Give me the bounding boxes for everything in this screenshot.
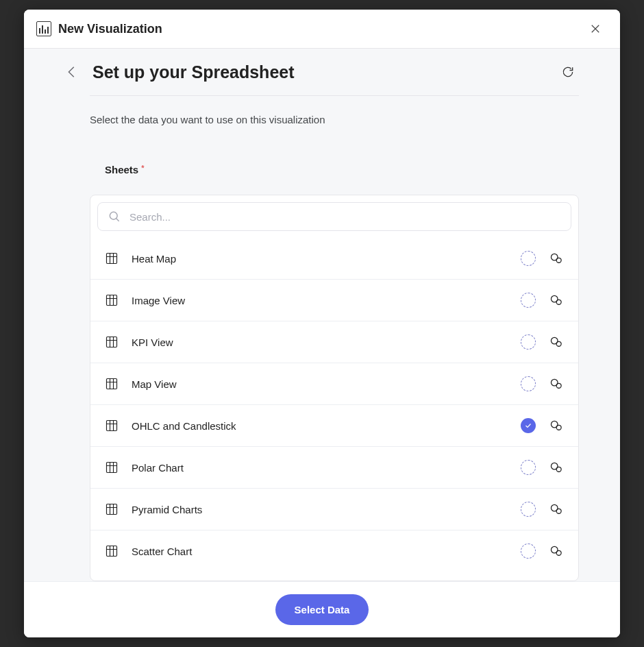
sheet-label: Heat Map (132, 253, 508, 265)
svg-rect-10 (107, 379, 117, 389)
link-sheet-icon[interactable] (548, 292, 565, 308)
svg-rect-7 (107, 337, 117, 347)
required-indicator: * (141, 164, 144, 172)
modal-header: New Visualization (24, 10, 620, 49)
sheet-label: KPI View (132, 337, 508, 348)
svg-point-15 (556, 425, 561, 430)
refresh-icon (561, 65, 575, 79)
sheet-row[interactable]: OHLC and Candlestick (90, 404, 578, 446)
sheet-radio[interactable] (521, 251, 536, 266)
close-icon (589, 23, 602, 35)
sheet-radio[interactable] (521, 544, 536, 559)
sheets-list[interactable]: Heat MapImage ViewKPI ViewMap ViewOHLC a… (90, 238, 578, 581)
bar-chart-icon (36, 21, 51, 36)
table-icon (104, 251, 119, 266)
modal-footer: Select Data (24, 581, 620, 637)
modal-header-left: New Visualization (36, 21, 162, 36)
svg-point-0 (110, 212, 117, 219)
sheet-row[interactable]: Pyramid Charts (90, 488, 578, 530)
back-button[interactable] (62, 62, 82, 82)
sheet-label: Image View (132, 295, 508, 306)
close-button[interactable] (583, 16, 608, 41)
svg-point-12 (556, 383, 561, 388)
sheet-label: Polar Chart (132, 462, 508, 474)
sheet-radio[interactable] (521, 418, 536, 433)
sheet-row[interactable]: Scatter Chart (90, 530, 578, 572)
table-icon (104, 460, 119, 475)
modal-title: New Visualization (58, 22, 162, 36)
svg-point-9 (556, 341, 561, 346)
sheet-radio[interactable] (521, 376, 536, 391)
refresh-button[interactable] (557, 61, 579, 83)
svg-rect-19 (107, 504, 117, 515)
new-visualization-modal: New Visualization Set up your Spreadshee… (24, 10, 620, 637)
table-icon (104, 418, 119, 433)
modal-body: Set up your Spreadsheet Select the data … (24, 49, 620, 581)
table-icon (104, 293, 119, 308)
link-sheet-icon[interactable] (548, 417, 565, 434)
sheet-row[interactable]: Polar Chart (90, 446, 578, 488)
page-title: Set up your Spreadsheet (92, 62, 295, 82)
table-icon (104, 502, 119, 517)
page-heading-row: Set up your Spreadsheet (24, 49, 620, 83)
sheet-radio[interactable] (521, 502, 536, 517)
search-icon (108, 210, 121, 223)
select-data-button[interactable]: Select Data (275, 594, 369, 625)
sheets-label-row: Sheets* (24, 125, 620, 175)
back-area: Set up your Spreadsheet (62, 62, 295, 82)
svg-point-6 (556, 300, 561, 304)
svg-point-24 (556, 550, 561, 555)
sheet-row[interactable]: Heat Map (90, 238, 578, 279)
sheet-row[interactable]: KPI View (90, 321, 578, 363)
page-description: Select the data you want to use on this … (24, 96, 620, 125)
svg-rect-1 (107, 254, 117, 264)
svg-rect-22 (107, 546, 117, 557)
sheets-card-holder: Heat MapImage ViewKPI ViewMap ViewOHLC a… (24, 175, 620, 581)
sheet-row[interactable]: Map View (90, 363, 578, 404)
sheet-radio[interactable] (521, 334, 536, 350)
svg-rect-16 (107, 463, 117, 473)
svg-rect-4 (107, 295, 117, 306)
svg-point-18 (556, 467, 561, 472)
sheet-row[interactable]: Image View (90, 279, 578, 321)
sheet-label: Pyramid Charts (132, 504, 508, 515)
sheets-card: Heat MapImage ViewKPI ViewMap ViewOHLC a… (90, 195, 579, 581)
svg-point-3 (556, 258, 561, 263)
sheet-label: OHLC and Candlestick (132, 420, 508, 432)
link-sheet-icon[interactable] (548, 376, 565, 392)
table-icon (104, 544, 119, 559)
table-icon (104, 376, 119, 391)
link-sheet-icon[interactable] (548, 334, 565, 350)
sheet-radio[interactable] (521, 293, 536, 308)
sheet-radio[interactable] (521, 460, 536, 475)
search-input[interactable] (129, 211, 561, 223)
search-wrap (90, 195, 578, 238)
link-sheet-icon[interactable] (548, 543, 565, 559)
svg-rect-13 (107, 421, 117, 431)
sheets-label: Sheets (105, 164, 138, 175)
arrow-left-icon (64, 64, 79, 80)
table-icon (104, 334, 119, 350)
link-sheet-icon[interactable] (548, 459, 565, 476)
link-sheet-icon[interactable] (548, 501, 565, 517)
link-sheet-icon[interactable] (548, 250, 565, 267)
svg-point-21 (556, 509, 561, 513)
sheet-label: Scatter Chart (132, 546, 508, 557)
search-box[interactable] (97, 202, 571, 231)
sheet-label: Map View (132, 378, 508, 390)
